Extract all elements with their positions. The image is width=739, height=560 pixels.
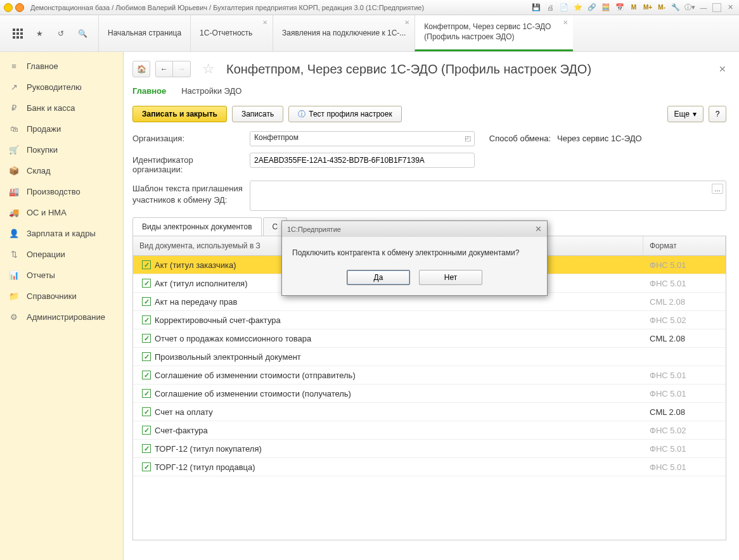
doc-format: ФНС 5.01 xyxy=(643,389,726,398)
fav-icon[interactable]: ⭐ xyxy=(573,3,583,13)
checkbox-icon[interactable]: ✓ xyxy=(142,371,151,379)
dialog-yes-button[interactable]: Да xyxy=(347,270,410,285)
help-button[interactable]: ? xyxy=(709,106,726,122)
checkbox-icon[interactable]: ✓ xyxy=(142,426,151,435)
checkbox-icon[interactable]: ✓ xyxy=(142,407,151,416)
sidebar-label: Операции xyxy=(27,250,65,259)
checkbox-icon[interactable]: ✓ xyxy=(142,315,151,324)
tab-1[interactable]: 1С-Отчетность✕ xyxy=(190,15,273,51)
m-plus-button[interactable]: M+ xyxy=(643,3,653,13)
table-row[interactable]: ✓Произвольный электронный документ xyxy=(133,348,726,366)
table-row[interactable]: ✓Счет на оплатуCML 2.08 xyxy=(133,403,726,421)
sidebar-item-0[interactable]: ≡Главное xyxy=(0,56,123,77)
sidebar-item-3[interactable]: 🛍Продажи xyxy=(0,118,123,139)
app-icon-1 xyxy=(4,3,13,12)
sidebar-label: Продажи xyxy=(27,124,61,134)
table-row[interactable]: ✓Отчет о продажах комиссионного товараCM… xyxy=(133,329,726,348)
calendar-icon[interactable]: 📅 xyxy=(615,3,625,13)
print-icon[interactable]: 🖨 xyxy=(545,3,555,13)
link-icon[interactable]: 🔗 xyxy=(587,3,597,13)
doc-icon[interactable]: 📄 xyxy=(559,3,569,13)
dialog-no-button[interactable]: Нет xyxy=(419,270,482,285)
save-icon[interactable]: 💾 xyxy=(531,3,541,13)
exchange-label: Способ обмена: xyxy=(481,131,551,143)
more-label: Еще xyxy=(674,110,690,118)
id-input[interactable] xyxy=(250,153,475,168)
col-format[interactable]: Формат xyxy=(643,236,726,255)
sidebar-item-8[interactable]: 👤Зарплата и кадры xyxy=(0,223,123,244)
more-button[interactable]: Еще ▾ xyxy=(667,106,704,122)
open-icon[interactable]: ◰ xyxy=(465,134,471,143)
tab-label: Заявления на подключение к 1С-... xyxy=(282,29,406,39)
tab-2[interactable]: Заявления на подключение к 1С-...✕ xyxy=(273,15,414,51)
sidebar-label: ОС и НМА xyxy=(27,208,67,217)
checkbox-icon[interactable]: ✓ xyxy=(142,462,151,471)
maximize-icon[interactable] xyxy=(712,3,721,12)
tab-close-icon[interactable]: ✕ xyxy=(262,19,267,26)
m-button[interactable]: M xyxy=(629,3,639,13)
forward-button[interactable]: → xyxy=(173,61,191,77)
sidebar-item-2[interactable]: ₽Банк и касса xyxy=(0,98,123,118)
minimize-icon[interactable]: — xyxy=(698,3,709,13)
doc-name: Счет на оплату xyxy=(155,407,213,417)
sidebar-icon: ⚙ xyxy=(9,312,19,322)
checkbox-icon[interactable]: ✓ xyxy=(142,260,151,269)
doc-format: CML 2.08 xyxy=(643,407,726,417)
tab-close-icon[interactable]: ✕ xyxy=(563,19,568,26)
table-row[interactable]: ✓Корректировочный счет-фактураФНС 5.02 xyxy=(133,311,726,329)
table-row[interactable]: ✓ТОРГ-12 (титул покупателя)ФНС 5.01 xyxy=(133,440,726,458)
test-profile-button[interactable]: ⓘТест профиля настроек xyxy=(288,106,401,122)
star-icon[interactable]: ☆ xyxy=(202,61,215,77)
save-button[interactable]: Записать xyxy=(232,106,283,122)
subtab-main[interactable]: Главное xyxy=(132,86,166,98)
home-button[interactable]: 🏠 xyxy=(132,61,150,77)
sidebar-label: Справочники xyxy=(27,291,77,301)
window-title: Демонстрационная база / Любимов Валерий … xyxy=(27,4,531,11)
table-row[interactable]: ✓Счет-фактураФНС 5.02 xyxy=(133,421,726,440)
id-label: Идентификатор организации: xyxy=(132,153,243,174)
m-minus-button[interactable]: M- xyxy=(657,3,667,13)
sidebar-item-6[interactable]: 🏭Производство xyxy=(0,181,123,202)
sidebar-item-11[interactable]: 📁Справочники xyxy=(0,286,123,307)
sidebar-item-12[interactable]: ⚙Администрирование xyxy=(0,307,123,328)
sidebar-label: Главное xyxy=(27,61,58,71)
tab-close-icon[interactable]: ✕ xyxy=(404,19,409,26)
template-textarea[interactable]: … xyxy=(250,181,726,211)
tab-0[interactable]: Начальная страница xyxy=(98,15,190,51)
save-close-button[interactable]: Записать и закрыть xyxy=(132,106,227,122)
table-row[interactable]: ✓Соглашение об изменении стоимости (полу… xyxy=(133,385,726,403)
apps-button[interactable] xyxy=(11,27,24,40)
sidebar-item-7[interactable]: 🚚ОС и НМА xyxy=(0,202,123,223)
checkbox-icon[interactable]: ✓ xyxy=(142,352,151,361)
sidebar-icon: 📊 xyxy=(9,270,19,280)
content-area: 🏠 ← → ☆ Конфетпром, Через сервис 1С-ЭДО … xyxy=(124,52,739,560)
org-input[interactable]: Конфетпром◰ xyxy=(250,131,475,146)
tools-icon[interactable]: 🔧 xyxy=(671,3,681,13)
sidebar-item-1[interactable]: ↗Руководителю xyxy=(0,77,123,98)
table-row[interactable]: ✓ТОРГ-12 (титул продавца)ФНС 5.01 xyxy=(133,458,726,476)
subtab-edo[interactable]: Настройки ЭДО xyxy=(181,86,241,98)
info-icon[interactable]: ⓘ▾ xyxy=(684,3,695,13)
inner-tab-doctypes[interactable]: Виды электронных документов xyxy=(132,217,262,236)
doc-format: CML 2.08 xyxy=(643,334,726,343)
checkbox-icon[interactable]: ✓ xyxy=(142,444,151,453)
close-page-button[interactable]: ✕ xyxy=(719,64,726,74)
dialog-close-icon[interactable]: ✕ xyxy=(535,224,542,234)
checkbox-icon[interactable]: ✓ xyxy=(142,389,151,398)
checkbox-icon[interactable]: ✓ xyxy=(142,334,151,343)
checkbox-icon[interactable]: ✓ xyxy=(142,279,151,288)
sidebar-item-4[interactable]: 🛒Покупки xyxy=(0,139,123,160)
calc-icon[interactable]: 🧮 xyxy=(601,3,611,13)
history-button[interactable]: ↺ xyxy=(55,27,67,40)
search-button[interactable]: 🔍 xyxy=(76,27,89,40)
tab-3[interactable]: Конфетпром, Через сервис 1С-ЭДО (Профиль… xyxy=(414,15,573,51)
ellipsis-button[interactable]: … xyxy=(712,184,723,194)
table-row[interactable]: ✓Соглашение об изменении стоимости (отпр… xyxy=(133,366,726,385)
back-button[interactable]: ← xyxy=(155,61,173,77)
sidebar-item-9[interactable]: ⇅Операции xyxy=(0,244,123,265)
sidebar-item-10[interactable]: 📊Отчеты xyxy=(0,265,123,286)
close-window-icon[interactable]: ✕ xyxy=(725,3,735,13)
checkbox-icon[interactable]: ✓ xyxy=(142,297,151,306)
favorites-button[interactable]: ★ xyxy=(33,27,46,40)
sidebar-item-5[interactable]: 📦Склад xyxy=(0,160,123,181)
